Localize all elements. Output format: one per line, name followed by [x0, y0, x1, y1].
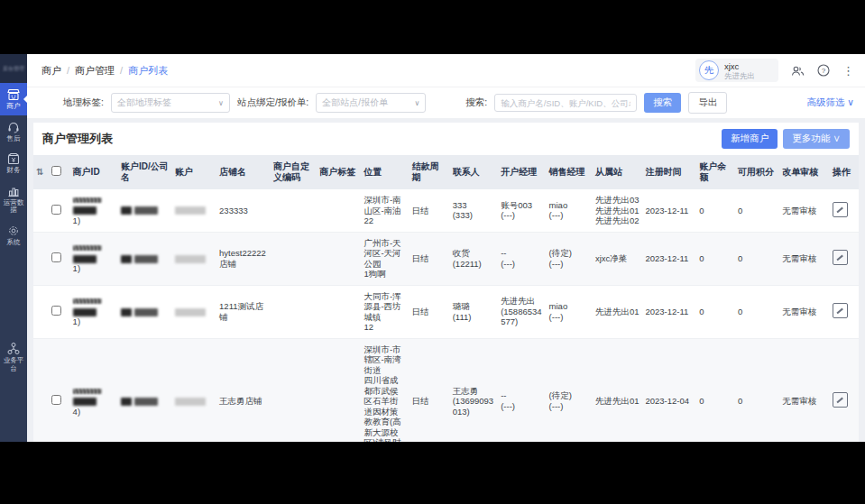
add-merchant-button[interactable]: 新增商户 — [722, 129, 778, 149]
column-header-registered: 注册时间 — [642, 155, 696, 189]
topbar-right: 先 xjxc 先进先出 ? ⋮ — [695, 59, 854, 82]
row-checkbox[interactable] — [51, 252, 61, 262]
sidebar-item-system[interactable]: 系统 — [0, 219, 27, 252]
export-button[interactable]: 导出 — [688, 92, 727, 114]
cell-sort — [33, 232, 49, 285]
table-row: 1) 1211测试店铺大同市-浑源县-西坊城镇12日结璐璐(111)先进先出(1… — [33, 285, 859, 338]
cell-sales: (待定)(---) — [547, 232, 593, 285]
card-header: 商户管理列表 新增商户 更多功能 ∨ — [33, 123, 859, 155]
cell-contact: 333(333) — [450, 189, 498, 232]
cell-registered: 2023-12-04 — [642, 338, 696, 442]
cell-opener: 账号003(---) — [498, 189, 546, 232]
cell-audit: 无需审核 — [779, 338, 830, 442]
cell-points: 0 — [735, 285, 779, 338]
redacted-id — [73, 197, 102, 203]
advanced-filter-toggle[interactable]: 高级筛选 ∨ — [806, 96, 854, 109]
cell-contact: 璐璐(111) — [450, 285, 498, 338]
merchant-table: ⇅商户ID账户ID/公司名账户店铺名商户自定义编码商户标签位置结款周期联系人开户… — [33, 155, 859, 442]
cell-check — [49, 232, 70, 285]
site-binding-value: 全部站点/报价单 — [322, 96, 388, 109]
cell-ops — [830, 285, 859, 338]
row-checkbox[interactable] — [51, 205, 61, 215]
edit-order-icon[interactable] — [833, 392, 848, 408]
breadcrumb-separator: / — [67, 65, 69, 76]
sidebar-item-operations-data[interactable]: 运营数据 — [0, 179, 27, 219]
sidebar-item-label: 财务 — [5, 167, 23, 175]
site-binding-select[interactable]: 全部站点/报价单 ∨ — [316, 93, 426, 113]
breadcrumb: 商户 / 商户管理 / 商户列表 — [41, 64, 168, 78]
more-menu-icon[interactable]: ⋮ — [842, 65, 854, 77]
select-all-checkbox[interactable] — [51, 166, 61, 176]
edit-order-icon[interactable] — [833, 250, 848, 265]
sidebar: 后台管理 商户 售后 — [0, 54, 27, 442]
cell-contact: 收货(12211) — [450, 232, 498, 285]
row-checkbox[interactable] — [51, 306, 61, 316]
cell-custom — [271, 285, 317, 338]
sidebar-item-label: 售后 — [5, 135, 23, 143]
breadcrumb-merchant-mgmt[interactable]: 商户管理 — [75, 64, 115, 78]
row-checkbox[interactable] — [51, 395, 61, 405]
column-header-sort[interactable]: ⇅ — [33, 155, 49, 189]
cell-points: 0 — [735, 232, 779, 285]
cell-check — [49, 189, 70, 232]
cell-station: 先进先出01 — [593, 338, 643, 442]
chevron-down-icon: ∨ — [414, 99, 419, 107]
cell-points: 0 — [735, 189, 779, 232]
cell-location: 大同市-浑源县-西坊城镇12 — [361, 285, 409, 338]
redacted-id — [73, 389, 102, 394]
user-menu[interactable]: 先 xjxc 先进先出 — [695, 59, 778, 82]
filter-bar: 地理标签: 全部地理标签 ∨ 站点绑定/报价单: 全部站点/报价单 ∨ 搜索: … — [27, 87, 865, 118]
cell-tag — [317, 338, 361, 442]
top-bar: 商户 / 商户管理 / 商户列表 先 xjxc 先进先出 ? — [27, 54, 865, 87]
cell-cycle: 日结 — [409, 338, 450, 442]
sidebar-item-finance[interactable]: 财务 — [0, 147, 27, 179]
search-button[interactable]: 搜索 — [644, 93, 681, 113]
cell-sales: miao(---) — [547, 189, 593, 232]
cell-company — [118, 338, 172, 442]
edit-order-icon[interactable] — [833, 303, 848, 318]
page-title: 商户管理列表 — [42, 131, 113, 147]
redacted-account — [175, 206, 206, 215]
column-header-check[interactable] — [49, 155, 70, 189]
sidebar-item-label: 系统 — [5, 239, 23, 247]
store-icon — [6, 88, 21, 101]
sidebar-item-business-platform[interactable]: 业务平台 — [0, 336, 27, 377]
redacted-id — [73, 298, 102, 304]
cell-opener: --(---) — [498, 338, 546, 442]
contacts-icon[interactable] — [791, 65, 805, 77]
table-row: 1) 233333深圳市-南山区-南油22日结333(333)账号003(---… — [33, 189, 859, 232]
cell-location: 深圳市-南山区-南油22 — [361, 189, 409, 232]
redacted-account — [175, 255, 206, 263]
column-header-station: 从属站 — [593, 155, 643, 189]
cell-shop: 233333 — [216, 189, 271, 232]
help-icon[interactable]: ? — [817, 64, 830, 77]
search-input[interactable] — [494, 94, 637, 112]
column-header-audit: 改单审核 — [779, 155, 830, 189]
edit-order-icon[interactable] — [833, 202, 848, 217]
redacted-company — [121, 308, 132, 316]
merchant-list-card: 商户管理列表 新增商户 更多功能 ∨ ⇅商户ID账户ID/公司名账户店铺名商户自… — [33, 123, 859, 442]
breadcrumb-merchant[interactable]: 商户 — [41, 64, 61, 78]
table-header-row: ⇅商户ID账户ID/公司名账户店铺名商户自定义编码商户标签位置结款周期联系人开户… — [33, 155, 859, 189]
main-area: 商户 / 商户管理 / 商户列表 先 xjxc 先进先出 ? — [27, 54, 865, 442]
svg-text:?: ? — [822, 67, 826, 75]
geo-tag-select[interactable]: 全部地理标签 ∨ — [111, 93, 230, 113]
column-header-account: 账户 — [172, 155, 216, 189]
cell-ops — [830, 189, 859, 232]
cell-sales: miao(---) — [547, 285, 593, 338]
column-header-ops: 操作 — [830, 155, 859, 189]
more-functions-button[interactable]: 更多功能 ∨ — [783, 129, 850, 149]
chevron-down-icon: ∨ — [218, 99, 224, 107]
breadcrumb-merchant-list[interactable]: 商户列表 — [128, 64, 168, 78]
gear-icon — [6, 225, 21, 237]
redacted-id — [73, 308, 97, 316]
breadcrumb-separator: / — [120, 65, 123, 76]
sidebar-item-merchant[interactable]: 商户 — [0, 83, 27, 115]
cell-station: 先进先出03先进先出01先进先出02 — [593, 189, 643, 232]
cell-audit: 无需审核 — [779, 285, 830, 338]
cell-company — [118, 232, 172, 285]
content-area: 商户管理列表 新增商户 更多功能 ∨ ⇅商户ID账户ID/公司名账户店铺名商户自… — [27, 118, 865, 442]
sidebar-item-aftersales[interactable]: 售后 — [0, 115, 27, 148]
app-logo: 后台管理 — [0, 54, 27, 83]
cell-check — [49, 338, 70, 442]
